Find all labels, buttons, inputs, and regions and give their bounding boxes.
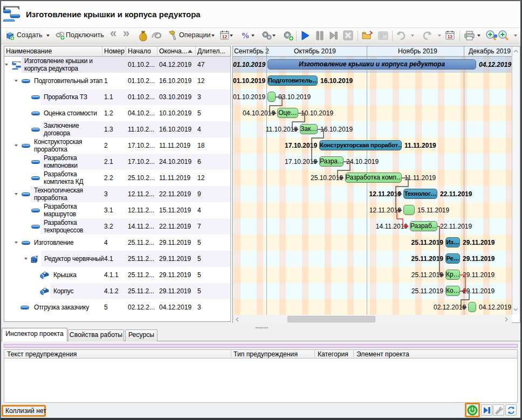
svg-text:%: % bbox=[242, 31, 250, 40]
svg-text:12: 12 bbox=[222, 34, 228, 39]
svg-text:12: 12 bbox=[448, 34, 453, 39]
